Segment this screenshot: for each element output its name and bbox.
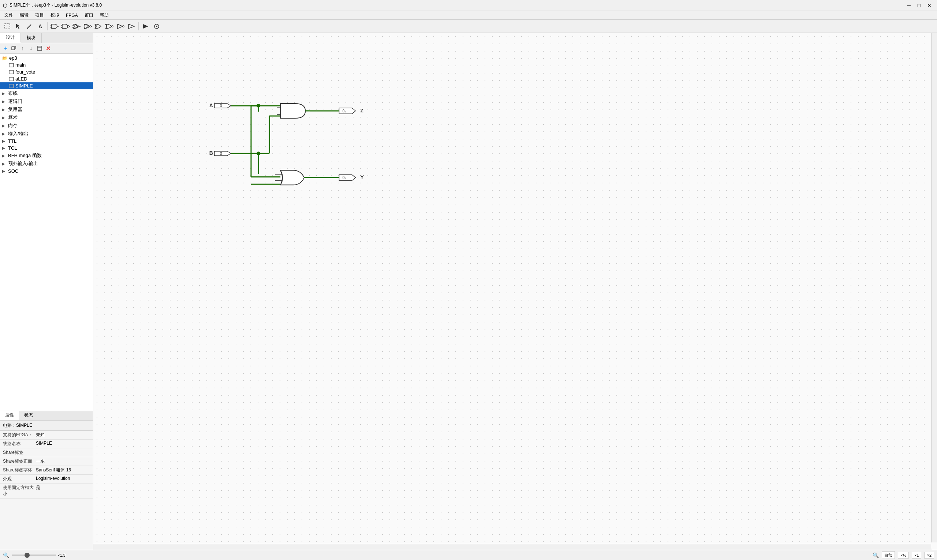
zoom-slider[interactable] — [12, 554, 56, 556]
menu-编辑[interactable]: 编辑 — [17, 11, 31, 19]
menu-模拟[interactable]: 模拟 — [48, 11, 62, 19]
menu-帮助[interactable]: 帮助 — [97, 11, 112, 19]
tab-state[interactable]: 状态 — [19, 411, 38, 420]
minimize-button[interactable]: ─ — [904, 2, 914, 9]
nand-gate-tool[interactable] — [60, 21, 71, 31]
cat-logic-gates[interactable]: ▶ 逻辑门 — [0, 97, 93, 105]
canvas-area[interactable]: 0 A 0 B — [93, 33, 937, 550]
cat-arithmetic[interactable]: ▶ 算术 — [0, 114, 93, 122]
move-up-button[interactable]: ↑ — [19, 45, 26, 52]
svg-rect-29 — [9, 63, 14, 67]
cat-bfh-label: BFH mega 函数 — [8, 152, 42, 159]
circuit-svg: 0 A 0 B — [93, 33, 937, 550]
cat-extra-io[interactable]: ▶ 额外输入/输出 — [0, 160, 93, 168]
tree-item-SIMPLE[interactable]: SIMPLE — [0, 82, 93, 89]
svg-marker-19 — [128, 24, 134, 29]
svg-point-7 — [68, 26, 69, 27]
properties-panel: 属性 状态 电路：SIMPLE 支持的FPGA： 未知 线路名称 SIMPLE … — [0, 411, 93, 550]
zoom-level: ×1.3 — [57, 553, 66, 557]
arrow-icon-soc: ▶ — [2, 169, 5, 173]
prop-val-fixed-size: 是 — [36, 485, 40, 497]
cat-bfh[interactable]: ▶ BFH mega 函数 — [0, 152, 93, 160]
tree-item-main[interactable]: main — [0, 62, 93, 68]
cat-soc[interactable]: ▶ SOC — [0, 168, 93, 175]
text-tool[interactable]: A — [35, 21, 45, 31]
tab-module[interactable]: 模块 — [21, 33, 42, 43]
app-icon: ⬡ — [3, 3, 7, 8]
prop-key-fpga: 支持的FPGA： — [3, 432, 36, 438]
not-gate-tool[interactable] — [115, 21, 126, 31]
svg-rect-31 — [9, 77, 14, 81]
zoom-in-icon[interactable]: 🔍 — [872, 552, 879, 558]
zoom-half[interactable]: ×½ — [898, 552, 909, 558]
svg-rect-23 — [12, 47, 15, 50]
add-circuit-button[interactable]: + — [2, 45, 9, 52]
tree-root-ep3[interactable]: 📂 ep3 — [0, 55, 93, 62]
delete-circuit-button[interactable]: ✕ — [44, 45, 52, 52]
zoom-out-icon[interactable]: 🔍 — [3, 552, 9, 558]
prop-key-name: 线路名称 — [3, 441, 36, 447]
arrow-icon-mem: ▶ — [2, 124, 5, 128]
zoom-slider-wrap: ×1.3 — [12, 553, 870, 557]
tree-icon2[interactable] — [11, 45, 18, 52]
menu-FPGA[interactable]: FPGA — [63, 12, 81, 18]
prop-appearance: 外观 Logisim-evolution — [0, 475, 93, 483]
cat-tcl[interactable]: ▶ TCL — [0, 145, 93, 152]
design-tabs: 设计 模块 — [0, 33, 93, 43]
cat-ttl[interactable]: ▶ TTL — [0, 138, 93, 145]
cat-mem-label: 内存 — [8, 122, 18, 129]
prop-fixed-size: 使用固定方框大小 是 — [0, 483, 93, 498]
tree-item-aLED[interactable]: aLED — [0, 75, 93, 82]
vertical-scrollbar[interactable] — [931, 33, 937, 542]
prop-share-label: Share标签 — [0, 448, 93, 457]
tab-attributes[interactable]: 属性 — [0, 411, 19, 420]
poke-tool[interactable] — [152, 21, 162, 31]
zoom-one[interactable]: ×1 — [912, 552, 922, 558]
or-gate-tool[interactable] — [71, 21, 82, 31]
zoom-auto[interactable]: 自动 — [882, 551, 895, 559]
cat-extra-label: 额外输入/输出 — [8, 160, 38, 167]
svg-marker-51 — [339, 108, 355, 114]
xor-gate-tool[interactable] — [93, 21, 103, 31]
cat-wiring-label: 布线 — [8, 90, 18, 97]
buffer-tool[interactable] — [126, 21, 137, 31]
cat-wiring[interactable]: ▶ 布线 — [0, 89, 93, 97]
svg-text:Z: Z — [360, 108, 364, 114]
cat-mux[interactable]: ▶ 复用器 — [0, 105, 93, 114]
cat-io-label: 输入/输出 — [8, 130, 29, 137]
component-tree: 📂 ep3 main four_vote aLED — [0, 54, 93, 411]
edit-circuit-button[interactable] — [36, 45, 43, 52]
circuit-icon-SIMPLE — [9, 83, 14, 89]
xnor-gate-tool[interactable] — [104, 21, 115, 31]
maximize-button[interactable]: □ — [914, 2, 924, 9]
menu-项目[interactable]: 项目 — [32, 11, 47, 19]
close-button[interactable]: ✕ — [925, 2, 934, 9]
arrow-icon-ttl: ▶ — [2, 139, 5, 143]
cat-io[interactable]: ▶ 输入/输出 — [0, 129, 93, 138]
select-region-tool[interactable] — [2, 21, 12, 31]
or-gate — [275, 170, 310, 185]
svg-text:0₁: 0₁ — [343, 176, 346, 180]
svg-point-18 — [123, 26, 124, 27]
prop-name: 线路名称 SIMPLE — [0, 440, 93, 448]
prop-val-share-font: SansSerif 粗体 16 — [36, 467, 71, 473]
nor-gate-tool[interactable] — [82, 21, 92, 31]
svg-point-16 — [112, 26, 113, 27]
pointer-tool[interactable] — [13, 21, 23, 31]
menu-文件[interactable]: 文件 — [2, 11, 16, 19]
move-down-button[interactable]: ↓ — [28, 45, 35, 52]
tab-design[interactable]: 设计 — [0, 33, 21, 43]
output-y: 0₁ Y — [339, 174, 364, 180]
cat-memory[interactable]: ▶ 内存 — [0, 122, 93, 129]
arrow-icon-extra: ▶ — [2, 162, 5, 166]
edit-tool[interactable] — [24, 21, 34, 31]
simulate-tool[interactable] — [140, 21, 151, 31]
circuit-icon-four-vote — [9, 69, 14, 75]
horizontal-scrollbar[interactable] — [93, 544, 931, 550]
and-gate-tool[interactable] — [49, 21, 60, 31]
zoom-two[interactable]: ×2 — [924, 552, 934, 558]
tree-item-four-vote[interactable]: four_vote — [0, 68, 93, 75]
circuit-label: 电路：SIMPLE — [0, 420, 93, 431]
menu-窗口[interactable]: 窗口 — [82, 11, 96, 19]
svg-text:0: 0 — [220, 151, 222, 155]
